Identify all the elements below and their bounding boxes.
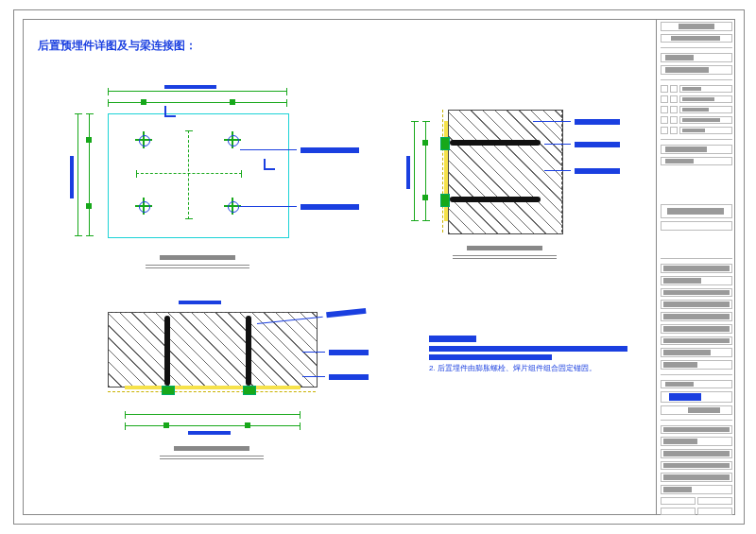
drawing-number [669,393,701,401]
embed-plate-edge [125,386,301,389]
tb-text-line [661,425,732,435]
caption-underline [160,456,264,456]
dim-text-placeholder [164,85,216,89]
leader-label [301,147,359,153]
leader-label [575,168,620,174]
tb-text-line [661,461,732,471]
leader-line [533,121,571,122]
dim-tick-icon [230,99,235,105]
tb-field [661,157,732,166]
caption-underline [160,458,264,459]
tb-sep [661,374,732,375]
dim-line [425,121,426,221]
dim-text-placeholder [188,431,231,435]
tb-row-cells [661,106,732,113]
leader-label [329,350,369,355]
break-line [561,110,562,233]
leader-line [544,170,571,171]
leader-label [575,142,620,147]
tb-sep [661,47,732,48]
embed-plate-plan [108,113,289,238]
leader-label [326,308,366,318]
tb-field [661,221,732,231]
tb-field-highlight [661,391,732,403]
bolt-plan-icon [138,200,149,212]
drawing-sheet: 后置预埋件详图及与梁连接图： [0,0,756,534]
dim-tick-icon [422,195,428,200]
leader-line [544,144,571,145]
anchor-bolt-side [164,316,170,386]
dim-line [89,113,90,236]
dim-line [414,121,415,221]
tb-field [661,34,732,43]
tb-text-line [661,300,732,309]
leader-label [301,204,359,210]
tb-row-cells [661,127,732,134]
caption-underline [146,267,249,268]
centerline-h [136,173,242,174]
tb-text-line [661,264,732,273]
tb-sep [661,420,732,421]
tb-text-line [661,437,732,446]
centerline-v [188,130,189,219]
tb-text-line [661,276,732,285]
break-line [108,312,316,313]
tb-text-line [661,288,732,298]
plate-edge-dashed [108,391,316,392]
caption-underline [453,258,557,259]
tb-sep [661,258,732,259]
tb-field [661,65,732,75]
tb-text-line [661,324,732,334]
tb-text-line [661,485,732,494]
anchor-bolt-side [450,197,541,202]
tb-row-cells [661,497,732,505]
tb-spacer [661,168,732,201]
dim-text-placeholder [406,156,410,189]
tb-sep [661,139,732,140]
tb-text-line [661,449,732,458]
dim-text-placeholder [70,156,74,198]
tb-field [661,405,732,415]
dim-line [108,91,287,92]
title-block [656,19,735,515]
dim-line [108,102,287,103]
tb-text-line [661,348,732,357]
notes-block: 2. 后置埋件由膨胀螺栓、焊片组件组合固定锚固。 [429,336,637,374]
notes-heading [429,336,476,342]
concrete-section [108,312,318,388]
tb-row-cells [661,95,732,103]
note-item [429,346,627,352]
note-item-text: 2. 后置埋件由膨胀螺栓、焊片组件组合固定锚固。 [429,363,637,374]
tb-text-line [661,473,732,482]
bolt-plan-icon [227,200,238,212]
figure-caption [174,446,249,451]
section-mark-icon [164,106,176,117]
dim-line [125,425,301,426]
plate-edge-dashed [442,110,443,233]
leader-label [329,374,369,380]
dim-tick-icon [245,422,250,428]
dim-tick-icon [163,422,169,428]
concrete-section [448,110,563,234]
tb-spacer [661,233,732,253]
caption-underline [453,255,557,256]
dim-line [77,113,78,236]
dim-tick-icon [422,140,428,146]
tb-text-line [661,336,732,346]
dim-tick-icon [86,137,92,143]
tb-field [661,380,732,389]
anchor-bolt-side [246,316,251,386]
dim-tick-icon [141,99,146,105]
leader-label [575,119,620,125]
drawing-canvas: 2. 后置埋件由膨胀螺栓、焊片组件组合固定锚固。 [23,19,656,515]
dim-text-placeholder [179,301,221,304]
leader-line [302,352,325,353]
dim-line [125,414,301,415]
figure-caption [467,246,542,250]
tb-text-line [661,360,732,370]
figure-caption [160,255,235,260]
leader-line [240,206,297,207]
tb-field [661,204,732,218]
caption-underline [146,265,249,266]
section-mark-icon [264,159,275,170]
